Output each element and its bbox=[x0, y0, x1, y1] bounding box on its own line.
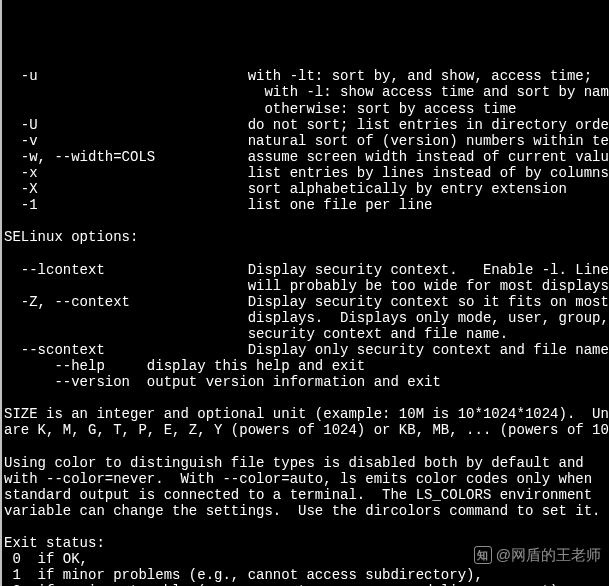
terminal-line: will probably be too wide for most displ… bbox=[4, 278, 607, 294]
terminal-line: -1 list one file per line bbox=[4, 197, 607, 213]
terminal-line: variable can change the settings. Use th… bbox=[4, 503, 607, 519]
terminal-line: standard output is connected to a termin… bbox=[4, 487, 607, 503]
terminal-line: -X sort alphabetically by entry extensio… bbox=[4, 181, 607, 197]
terminal-line: 1 if minor problems (e.g., cannot access… bbox=[4, 567, 607, 583]
terminal-line: security context and file name. bbox=[4, 326, 607, 342]
terminal-line: --version output version information and… bbox=[4, 374, 607, 390]
terminal-line: -U do not sort; list entries in director… bbox=[4, 117, 607, 133]
terminal-line: otherwise: sort by access time bbox=[4, 101, 607, 117]
terminal-line: -u with -lt: sort by, and show, access t… bbox=[4, 68, 607, 84]
terminal-line: are K, M, G, T, P, E, Z, Y (powers of 10… bbox=[4, 422, 607, 438]
terminal-line: SIZE is an integer and optional unit (ex… bbox=[4, 406, 607, 422]
terminal-line bbox=[4, 245, 607, 261]
terminal-line: -Z, --context Display security context s… bbox=[4, 294, 607, 310]
terminal-output: -u with -lt: sort by, and show, access t… bbox=[4, 68, 607, 586]
terminal-line: --lcontext Display security context. Ena… bbox=[4, 262, 607, 278]
terminal-line: 0 if OK, bbox=[4, 551, 607, 567]
terminal-line bbox=[4, 519, 607, 535]
terminal-line: -w, --width=COLS assume screen width ins… bbox=[4, 149, 607, 165]
terminal-line: SELinux options: bbox=[4, 229, 607, 245]
terminal-line bbox=[4, 439, 607, 455]
terminal-line: Using color to distinguish file types is… bbox=[4, 455, 607, 471]
terminal-line bbox=[4, 390, 607, 406]
terminal-line: --scontext Display only security context… bbox=[4, 342, 607, 358]
terminal-line: with --color=never. With --color=auto, l… bbox=[4, 471, 607, 487]
terminal-line: Exit status: bbox=[4, 535, 607, 551]
terminal-line bbox=[4, 213, 607, 229]
terminal-line: with -l: show access time and sort by na… bbox=[4, 84, 607, 100]
terminal-line: -v natural sort of (version) numbers wit… bbox=[4, 133, 607, 149]
terminal-line: displays. Displays only mode, user, grou… bbox=[4, 310, 607, 326]
terminal-line: -x list entries by lines instead of by c… bbox=[4, 165, 607, 181]
terminal-line: --help display this help and exit bbox=[4, 358, 607, 374]
